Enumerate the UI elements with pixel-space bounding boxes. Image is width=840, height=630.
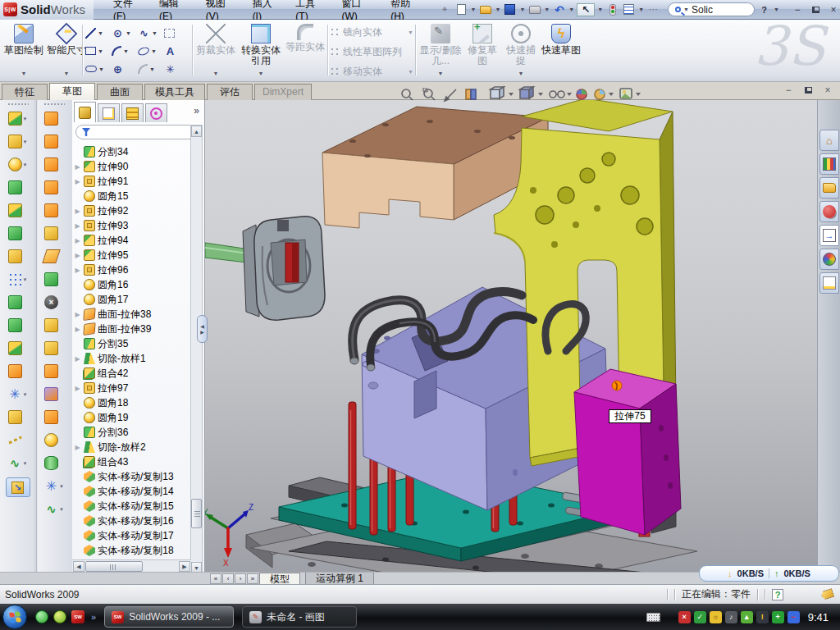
curve2-tool-icon[interactable]: ∿ ▼ <box>39 498 69 520</box>
extend-surface-icon[interactable]: ▼ <box>39 268 69 290</box>
undo-icon[interactable]: ↶ <box>552 3 566 16</box>
dropdown-arrow-icon[interactable]: ▼ <box>123 48 129 54</box>
dropdown-arrow-icon[interactable]: ▼ <box>152 30 158 36</box>
flyout-arrow-icon[interactable]: ▼ <box>23 461 28 466</box>
lofted-surface-icon[interactable]: ▼ <box>39 153 69 176</box>
fillet-tool-icon[interactable]: ▼ <box>3 153 33 176</box>
hole-wizard-icon[interactable]: ▼ <box>3 245 33 267</box>
flyout-arrow-icon[interactable]: ▼ <box>23 139 28 144</box>
open-dropdown-icon[interactable]: ▼ <box>495 7 500 12</box>
tab-DimXpert[interactable]: DimXpert <box>254 84 312 100</box>
filled-surface-icon[interactable]: ▼ <box>39 199 69 221</box>
display-style-icon[interactable] <box>520 87 533 98</box>
print-dropdown-icon[interactable]: ▼ <box>544 7 550 12</box>
gripper-part[interactable] <box>243 217 325 320</box>
tree-item[interactable]: ▶ 实体-移动/复制13 <box>74 469 190 484</box>
doc-restore-icon[interactable] <box>802 84 814 96</box>
dropdown-arrow-icon[interactable] <box>509 93 514 96</box>
custom-properties-tab[interactable] <box>819 272 839 294</box>
vertical-scroll-thumb[interactable] <box>191 499 202 528</box>
keyboard-tray-icon[interactable] <box>646 613 660 622</box>
tree-item[interactable]: ▶ 组合43 <box>74 454 190 469</box>
select-dropdown-icon[interactable]: ▼ <box>597 7 603 12</box>
tree-item[interactable]: ▶ 圆角16 <box>74 277 190 292</box>
search-dropdown-icon[interactable]: ▼ <box>683 7 689 12</box>
smart-dimension-button[interactable]: 智能尺寸 ▼ <box>46 23 87 79</box>
tree-item[interactable]: ▶ 拉伸97 <box>74 381 190 395</box>
pushpin-icon[interactable]: ⌖ <box>438 3 452 16</box>
more-icon[interactable]: ⋯ <box>646 3 660 16</box>
extruded-boss-icon[interactable]: ▼ <box>3 107 33 130</box>
ellipse-tool-icon[interactable]: ▼ <box>138 43 166 59</box>
tree-item[interactable]: ▶ 拉伸90 <box>74 159 190 174</box>
arc-tool-icon[interactable]: ▼ <box>112 43 139 59</box>
save-dropdown-icon[interactable]: ▼ <box>519 7 525 12</box>
horizontal-scroll-thumb[interactable] <box>85 561 143 572</box>
split2-tool-icon[interactable]: ▼ <box>3 314 33 336</box>
tab-特征[interactable]: 特征 <box>2 84 48 100</box>
dropdown-arrow-icon[interactable]: ▼ <box>64 68 70 79</box>
tree-item[interactable]: ▶ 拉伸95 <box>74 248 190 262</box>
expander-icon[interactable]: ▶ <box>74 267 81 274</box>
network-speed-widget[interactable]: ↓ 0KB/S ↑ 0KB/S <box>699 565 839 582</box>
move-entities-button[interactable]: 移动实体▼ <box>330 64 413 79</box>
expander-icon[interactable]: ▶ <box>74 163 81 171</box>
swept-surface-icon[interactable]: ▼ <box>39 107 69 130</box>
tree-item[interactable]: ▶ 曲面-拉伸39 <box>74 322 190 336</box>
plane-tool-icon[interactable]: ▼ <box>3 406 33 428</box>
draft-tool-icon[interactable]: ▼ <box>3 176 33 199</box>
network-warning-icon[interactable]: ! <box>756 611 769 623</box>
rapid-sketch-button[interactable]: ϟ 快速草图 <box>541 23 581 79</box>
tree-item[interactable]: ▶ 实体-移动/复制14 <box>74 484 190 499</box>
start-button[interactable] <box>2 605 27 629</box>
flyout-arrow-icon[interactable]: ▼ <box>59 484 64 489</box>
doc-close-icon[interactable]: × <box>822 84 833 96</box>
flyout-arrow-icon[interactable]: ▼ <box>23 277 28 282</box>
solidworks-toolbox-tab[interactable] <box>819 201 839 222</box>
dimxpertmanager-tab[interactable] <box>145 103 167 122</box>
updater-icon[interactable]: ▲ <box>741 611 753 623</box>
next-page-button[interactable]: › <box>235 573 246 584</box>
mirror-entities-button[interactable]: 镜向实体▼ <box>330 25 413 39</box>
offset-entities-button[interactable]: 等距实体 <box>285 23 325 79</box>
scheduler-icon[interactable]: ☼ <box>710 611 722 623</box>
point-tool-icon[interactable]: ✳ <box>164 61 192 77</box>
last-page-button[interactable]: » <box>247 573 258 584</box>
tree-item[interactable]: ▶ 圆角19 <box>74 410 190 425</box>
delete-face-icon[interactable]: × ▼ <box>39 291 69 313</box>
scroll-up-icon[interactable]: ▲ <box>191 126 202 137</box>
undo-dropdown-icon[interactable]: ▼ <box>568 7 574 12</box>
quick-tips-icon[interactable]: ? <box>772 589 783 600</box>
expander-icon[interactable]: ▶ <box>74 208 81 215</box>
reference-point-icon[interactable]: ✳ ▼ <box>3 383 33 405</box>
resources-home-tab[interactable]: ⌂ <box>819 130 839 151</box>
tag-icon[interactable] <box>820 588 835 600</box>
toolbar-grip[interactable] <box>7 103 29 106</box>
scroll-right-icon[interactable]: ▶ <box>179 561 190 572</box>
tree-item[interactable]: ▶ 切除-放样1 <box>74 351 190 366</box>
linear-sketch-pattern-button[interactable]: 线性草图阵列 <box>330 44 413 59</box>
tree-item[interactable]: ▶ 拉伸93 <box>74 218 190 233</box>
dropdown-arrow-icon[interactable]: ▼ <box>98 48 103 54</box>
tree-item[interactable]: ▶ 拉伸96 <box>74 262 190 277</box>
taskbar-window-paint[interactable]: ✎ 未命名 - 画图 <box>242 606 357 628</box>
expander-icon[interactable]: ▶ <box>74 252 81 259</box>
tree-item[interactable]: ▶ 圆角15 <box>74 189 190 203</box>
view-palette-tab[interactable]: → <box>819 225 839 246</box>
tab-草图[interactable]: 草图 <box>49 83 95 100</box>
revolved-surface-icon[interactable]: ▼ <box>39 130 69 153</box>
line-tool-icon[interactable]: ▼ <box>85 25 113 41</box>
prev-page-button[interactable]: ‹ <box>222 573 234 584</box>
circle-tool-icon[interactable]: ⊙▼ <box>112 25 139 41</box>
print-icon[interactable] <box>527 3 541 16</box>
search-input[interactable]: Solic <box>692 4 713 16</box>
featuremanager-tree-tab[interactable] <box>74 102 96 122</box>
tree-horizontal-scrollbar[interactable]: ◀ ▶ <box>72 559 191 572</box>
save-icon[interactable] <box>503 3 517 16</box>
previous-view-icon[interactable] <box>445 89 456 101</box>
point2-tool-icon[interactable]: ✳ ▼ <box>39 475 69 497</box>
antivirus-icon[interactable]: × <box>678 611 691 623</box>
dome-tool-icon[interactable]: ▼ <box>39 429 69 451</box>
search-box[interactable]: ▼ Solic <box>668 2 755 16</box>
expander-icon[interactable]: ▶ <box>74 311 81 318</box>
